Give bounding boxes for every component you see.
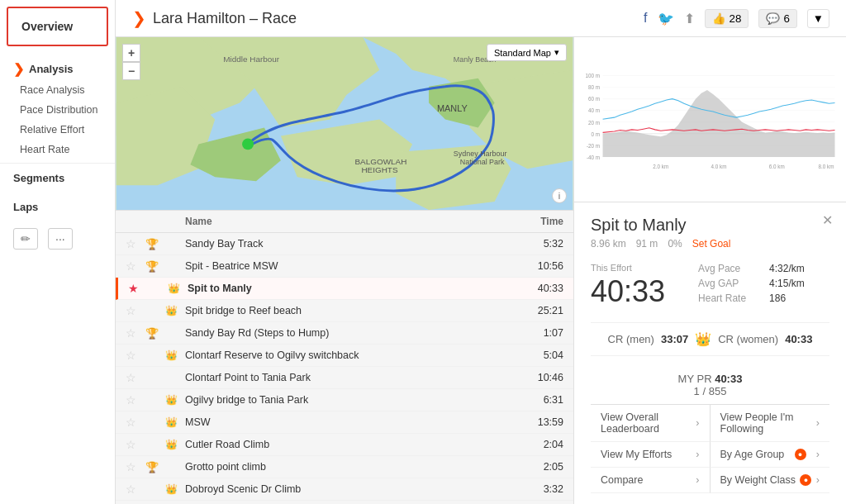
view-overall-leaderboard-button[interactable]: View Overall Leaderboard › bbox=[591, 405, 711, 442]
segment-time: 10:46 bbox=[538, 372, 563, 383]
orange-dot-icon: ● bbox=[795, 449, 806, 460]
sidebar-analysis-section: ❯ Analysis bbox=[0, 53, 115, 80]
segment-name: MSW bbox=[185, 416, 538, 428]
table-row[interactable]: ☆🏆Spit - Beatrice MSW10:56 bbox=[116, 255, 573, 278]
segment-time: 6:31 bbox=[544, 394, 563, 406]
star-icon[interactable]: ☆ bbox=[126, 237, 145, 250]
segment-name: Cutler Road Climb bbox=[185, 439, 544, 450]
chevron-right-icon: › bbox=[696, 474, 699, 486]
svg-text:6.0 km: 6.0 km bbox=[769, 164, 785, 169]
star-icon[interactable]: ☆ bbox=[126, 438, 145, 451]
trophy-icon: 🏆 bbox=[145, 260, 165, 273]
svg-text:80 m: 80 m bbox=[588, 84, 600, 90]
table-row[interactable]: ☆👑Spit bridge to Reef beach25:21 bbox=[116, 300, 573, 322]
star-icon[interactable]: ☆ bbox=[126, 349, 145, 362]
view-efforts-button[interactable]: View My Efforts › bbox=[591, 442, 711, 468]
chevron-right-icon: › bbox=[816, 417, 820, 429]
crown-icon: 👑 bbox=[165, 394, 185, 406]
table-row[interactable]: ☆👑Clontarf Reserve to Ogilvy switchback5… bbox=[116, 345, 573, 367]
share-icon[interactable]: ⬆ bbox=[684, 11, 695, 26]
more-button[interactable]: ··· bbox=[48, 228, 73, 250]
star-icon[interactable]: ☆ bbox=[126, 371, 145, 384]
map-area: Middle Harbour BALGOWLAH HEIGHTS MANLY M… bbox=[116, 37, 573, 211]
sidebar-item-heart-rate[interactable]: Heart Rate bbox=[0, 140, 115, 159]
effort-value: 40:33 bbox=[591, 274, 665, 309]
segment-grade: 0% bbox=[668, 238, 682, 250]
action-buttons: View Overall Leaderboard › View People I… bbox=[591, 404, 829, 493]
crown-icon: 👑 bbox=[165, 416, 185, 428]
cr-row: CR (men) 33:07 👑 CR (women) 40:33 bbox=[591, 331, 829, 347]
star-icon[interactable]: ☆ bbox=[126, 259, 145, 273]
svg-text:0 m: 0 m bbox=[592, 131, 601, 137]
view-following-button[interactable]: View People I'm Following › bbox=[711, 405, 830, 442]
star-icon[interactable]: ☆ bbox=[126, 483, 145, 496]
segment-name: Sandy Bay Track bbox=[185, 238, 544, 250]
comment-button[interactable]: 💬 6 bbox=[758, 9, 796, 28]
sidebar-item-relative-effort[interactable]: Relative Effort bbox=[0, 120, 115, 140]
map-type-button[interactable]: Standard Map ▾ bbox=[487, 44, 567, 61]
sidebar-item-pace-distribution[interactable]: Pace Distribution bbox=[0, 100, 115, 120]
twitter-icon[interactable]: 🐦 bbox=[658, 11, 674, 26]
header-title: ❯ Lara Hamilton – Race bbox=[132, 8, 297, 28]
stat-avg-gap: Avg GAP 4:15/km bbox=[698, 278, 805, 289]
segment-time: 5:04 bbox=[544, 349, 563, 361]
dropdown-button[interactable]: ▼ bbox=[807, 9, 829, 28]
segment-name: Ogilvy bridge to Tania Park bbox=[185, 394, 544, 406]
map-zoom-in-button[interactable]: + bbox=[122, 44, 140, 62]
star-icon[interactable]: ☆ bbox=[126, 416, 145, 429]
svg-text:4.0 km: 4.0 km bbox=[711, 164, 727, 169]
table-row[interactable]: ☆🏆Sandy Bay Track5:32 bbox=[116, 233, 573, 255]
sidebar-item-race-analysis[interactable]: Race Analysis bbox=[0, 80, 115, 100]
orange-dot-icon2: ● bbox=[800, 474, 811, 486]
crown-icon: 👑 bbox=[165, 305, 185, 316]
header: ❯ Lara Hamilton – Race f 🐦 ⬆ 👍 28 💬 6 ▼ bbox=[116, 0, 846, 37]
map-zoom-out-button[interactable]: − bbox=[122, 62, 140, 80]
svg-text:20 m: 20 m bbox=[588, 120, 600, 126]
chevron-right-icon: › bbox=[696, 417, 699, 429]
table-row[interactable]: ☆🏆Sandy Bay Rd (Steps to Hump)1:07 bbox=[116, 322, 573, 345]
orange-arrow-icon: ❯ bbox=[13, 61, 24, 77]
segment-meta: 8.96 km 91 m 0% Set Goal bbox=[591, 238, 829, 250]
pr-section: MY PR 40:33 1 / 855 bbox=[591, 366, 829, 404]
crown-icon: 👑 bbox=[695, 331, 711, 347]
star-icon[interactable]: ☆ bbox=[126, 393, 145, 407]
facebook-icon[interactable]: f bbox=[644, 11, 647, 26]
by-weight-class-button[interactable]: By Weight Class ● › bbox=[711, 468, 830, 493]
table-row[interactable]: ☆👑Dobroyd Scenic Dr Climb3:32 bbox=[116, 478, 573, 501]
elevation-chart: 100 m 80 m 60 m 40 m 20 m 0 m -20 m -40 … bbox=[582, 45, 838, 202]
star-icon[interactable]: ★ bbox=[128, 282, 148, 295]
table-row[interactable]: ☆👑Ogilvy bridge to Tania Park6:31 bbox=[116, 389, 573, 411]
segment-name: Sandy Bay Rd (Steps to Hump) bbox=[185, 327, 544, 339]
main-content: ❯ Lara Hamilton – Race f 🐦 ⬆ 👍 28 💬 6 ▼ bbox=[116, 0, 846, 504]
segment-detail: ✕ Spit to Manly 8.96 km 91 m 0% Set Goal… bbox=[574, 202, 846, 504]
table-row[interactable]: ☆👑MSW13:59 bbox=[116, 411, 573, 434]
segment-name: Dobroyd Scenic Dr Climb bbox=[185, 483, 544, 495]
star-icon[interactable]: ☆ bbox=[126, 326, 145, 340]
segment-name: Clontarf Point to Tania Park bbox=[185, 372, 538, 383]
compare-button[interactable]: Compare › bbox=[591, 468, 711, 493]
star-icon[interactable]: ☆ bbox=[126, 460, 145, 473]
table-row[interactable]: ☆👑Cutler Road Climb2:04 bbox=[116, 434, 573, 456]
right-panel: 100 m 80 m 60 m 40 m 20 m 0 m -20 m -40 … bbox=[574, 37, 846, 504]
star-icon[interactable]: ☆ bbox=[126, 304, 145, 317]
set-goal-link[interactable]: Set Goal bbox=[692, 238, 731, 250]
map-info-button[interactable]: i bbox=[552, 188, 567, 203]
like-button[interactable]: 👍 28 bbox=[705, 9, 749, 28]
segment-time: 3:32 bbox=[544, 483, 563, 495]
table-row[interactable]: ☆🏆Grotto point climb2:05 bbox=[116, 456, 573, 478]
table-row[interactable]: ☆🏆Reef Beach Freefall5:18 bbox=[116, 501, 573, 504]
segment-time: 2:04 bbox=[544, 439, 563, 450]
svg-point-10 bbox=[242, 138, 254, 150]
cr-section: CR (men) 33:07 👑 CR (women) 40:33 bbox=[591, 322, 829, 356]
close-button[interactable]: ✕ bbox=[822, 212, 833, 228]
by-age-group-button[interactable]: By Age Group ● › bbox=[711, 442, 830, 468]
table-row[interactable]: ★👑Spit to Manly40:33 bbox=[116, 278, 573, 300]
svg-text:HEIGHTS: HEIGHTS bbox=[361, 165, 398, 174]
segment-time: 2:05 bbox=[544, 461, 563, 473]
table-row[interactable]: ☆Clontarf Point to Tania Park10:46 bbox=[116, 367, 573, 389]
svg-text:100 m: 100 m bbox=[586, 73, 601, 78]
pr-value: 40:33 bbox=[715, 373, 742, 385]
sidebar-segments-section: Segments bbox=[0, 163, 115, 193]
sidebar-overview[interactable]: Overview bbox=[7, 7, 108, 46]
edit-button[interactable]: ✏ bbox=[13, 228, 38, 250]
